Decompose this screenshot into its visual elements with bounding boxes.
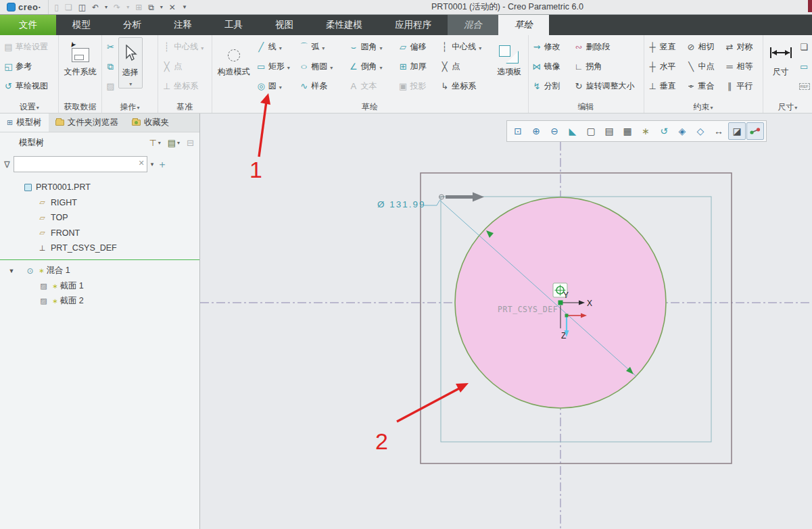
view-capture-button[interactable]: ▦: [619, 122, 636, 140]
arc-button[interactable]: ⌒弧: [297, 37, 346, 57]
csys-name-label[interactable]: PRT_CSYS_DEF: [498, 305, 558, 314]
tree-item-section2[interactable]: ▨∗截面 2: [0, 294, 199, 309]
group-label-datum[interactable]: 基准: [160, 101, 210, 113]
tab-model[interactable]: 模型: [56, 15, 107, 35]
ellipse-button[interactable]: ○椭圆: [297, 57, 346, 76]
reference-dimension-button[interactable]: REF: [797, 76, 809, 96]
constraint-coincident-button[interactable]: ∘重合: [684, 76, 723, 96]
sketch-view-button[interactable]: ↺草绘视图: [1, 76, 50, 96]
sketch-display-toggle[interactable]: ◪: [728, 122, 746, 140]
regenerate-icon[interactable]: ⊞: [135, 3, 142, 12]
tab-flexible-modeling[interactable]: 柔性建模: [310, 15, 379, 35]
cut-button[interactable]: ✂: [103, 37, 118, 57]
tab-folder-browser[interactable]: 文件夹浏览器: [49, 114, 125, 132]
tab-view[interactable]: 视图: [259, 15, 310, 35]
add-filter-icon[interactable]: ＋: [157, 158, 167, 171]
reference-button[interactable]: ◱参考: [1, 57, 50, 76]
graphics-area[interactable]: ⊡ ⊕ ⊖ ◣ ▢ ▤ ▦ ∗ ↺ ◈ ◇ ↔ ◪: [200, 114, 812, 529]
rectangle-button[interactable]: ▭矩形: [254, 57, 297, 76]
sketch-canvas[interactable]: Ø 131.99 X Y Z PRT_CSYS_DEF: [200, 114, 812, 529]
datum-csys-button[interactable]: ⊥坐标系: [160, 76, 206, 96]
filter-funnel-icon[interactable]: ∇: [4, 159, 10, 170]
insert-here-line[interactable]: [0, 259, 199, 260]
tab-tools[interactable]: 工具: [208, 15, 259, 35]
tree-item-blend[interactable]: ▼ ⊙ ∗ 混合 1: [0, 263, 199, 279]
sketch-setup-button[interactable]: ▤草绘设置: [1, 37, 50, 57]
fillet-button[interactable]: ⌣圆角: [346, 37, 396, 57]
customize-toolbar-caret-icon[interactable]: ▼: [182, 4, 187, 10]
sketch-csys-button[interactable]: ↳坐标系: [437, 76, 492, 96]
group-label-constraints[interactable]: 约束: [646, 101, 761, 113]
project-button[interactable]: ▣投影: [396, 76, 438, 96]
constraint-horizontal-button[interactable]: ┼水平: [646, 57, 684, 76]
undo-caret-icon[interactable]: ▾: [105, 4, 108, 10]
sketch-centerline-button[interactable]: ┆中心线: [437, 37, 492, 57]
rotate-resize-button[interactable]: ↻旋转调整大小: [572, 76, 642, 96]
line-button[interactable]: ╱线: [254, 37, 297, 57]
datum-centerline-button[interactable]: ┊中心线: [160, 37, 206, 57]
clear-search-icon[interactable]: ✕: [138, 159, 144, 168]
zoom-fit-button[interactable]: ⊡: [509, 122, 527, 140]
tree-item-top-plane[interactable]: ▱TOP: [0, 210, 199, 226]
constraint-symmetric-button[interactable]: ⇄对称: [723, 37, 761, 57]
group-label-edit[interactable]: 编辑: [530, 101, 642, 113]
repaint-button[interactable]: ◣: [564, 122, 581, 140]
group-label-settings[interactable]: 设置: [1, 101, 57, 113]
undo-icon[interactable]: ↶: [92, 3, 99, 12]
redo-caret-icon[interactable]: ▾: [126, 4, 129, 10]
tree-filters-button[interactable]: ▤▾: [168, 138, 180, 148]
tab-annotate[interactable]: 注释: [158, 15, 208, 35]
dimension-button[interactable]: 尺寸: [765, 37, 797, 78]
palette-button[interactable]: 选项板: [492, 37, 526, 78]
windows-caret-icon[interactable]: ▾: [160, 4, 163, 10]
windows-icon[interactable]: ⧉: [148, 3, 154, 12]
datum-point-button[interactable]: ╳点: [160, 57, 206, 76]
tree-item-front-plane[interactable]: ▱FRONT: [0, 226, 199, 241]
constraint-perpendicular-button[interactable]: ⊥垂直: [646, 76, 684, 96]
constraint-vertical-button[interactable]: ┼竖直: [646, 37, 684, 57]
view-manager-button[interactable]: ◈: [673, 122, 691, 140]
tree-item-right-plane[interactable]: ▱RIGHT: [0, 195, 199, 211]
thicken-button[interactable]: ⊞加厚: [396, 57, 438, 76]
collapse-arrow-icon[interactable]: ▼: [8, 268, 15, 274]
text-button[interactable]: A文本: [346, 76, 396, 96]
named-view-button[interactable]: ◇: [692, 122, 709, 140]
delete-segment-button[interactable]: ∾删除段: [572, 37, 642, 57]
corner-button[interactable]: ∟拐角: [572, 57, 642, 76]
sketch-reorient-button[interactable]: ↺: [655, 122, 673, 140]
group-label-dimension[interactable]: 尺寸: [765, 101, 811, 113]
close-window-icon[interactable]: ✕: [169, 3, 176, 12]
group-label-sketch[interactable]: 草绘: [214, 101, 527, 113]
spline-button[interactable]: ∿样条: [297, 76, 346, 96]
select-button[interactable]: 选择: [118, 37, 143, 89]
constraint-midpoint-button[interactable]: ╲中点: [684, 57, 723, 76]
tab-blend[interactable]: 混合: [448, 15, 498, 35]
sketch-point-button[interactable]: ╳点: [437, 57, 492, 76]
circle-button[interactable]: ◎圆: [254, 76, 297, 96]
zoom-in-button[interactable]: ⊕: [527, 122, 545, 140]
open-file-icon[interactable]: ❏: [65, 3, 72, 12]
tab-favorites[interactable]: 收藏夹: [125, 114, 176, 132]
divide-button[interactable]: ↯分割: [530, 76, 572, 96]
modify-button[interactable]: ⇝修改: [530, 37, 572, 57]
search-options-caret-icon[interactable]: ▾: [151, 161, 154, 168]
vertex-display-toggle[interactable]: [746, 122, 764, 140]
tree-item-section1[interactable]: ▨∗截面 1: [0, 278, 199, 294]
offset-button[interactable]: ▱偏移: [396, 37, 438, 57]
mirror-button[interactable]: ⋈镜像: [530, 57, 572, 76]
tab-applications[interactable]: 应用程序: [379, 15, 448, 35]
tree-search-input[interactable]: [14, 156, 147, 172]
tab-model-tree[interactable]: ⊞ 模型树: [0, 114, 49, 132]
save-icon[interactable]: ◫: [78, 3, 86, 12]
dimension-display-button[interactable]: ↔: [710, 122, 727, 140]
paste-button[interactable]: ▨: [103, 76, 118, 96]
constraint-tangent-button[interactable]: ⊘相切: [684, 37, 723, 57]
construction-mode-button[interactable]: 构造模式: [214, 37, 254, 78]
copy-button[interactable]: ⧉: [103, 57, 118, 76]
baseline-dimension-button[interactable]: ▭: [797, 57, 809, 76]
tab-sketch[interactable]: 草绘: [498, 15, 549, 35]
tree-item-csys[interactable]: ⊥PRT_CSYS_DEF: [0, 241, 199, 256]
saved-orientations-button[interactable]: ▤: [600, 122, 618, 140]
tree-tools-button[interactable]: ⊤▾: [149, 138, 160, 148]
group-label-operations[interactable]: 操作: [103, 101, 156, 113]
